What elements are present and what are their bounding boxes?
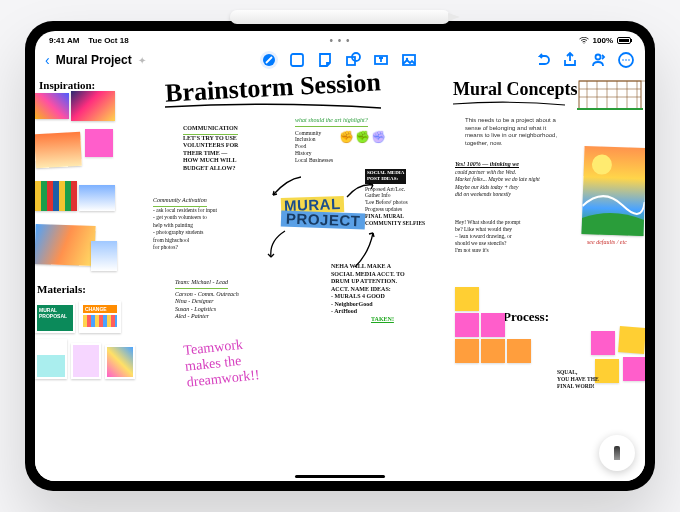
sticky-note[interactable]	[455, 339, 479, 363]
inspo-photo[interactable]	[79, 185, 115, 211]
sticky-note[interactable]	[481, 339, 505, 363]
inspo-photo[interactable]	[35, 93, 69, 119]
collaborate-icon[interactable]	[589, 51, 607, 69]
sticky-note[interactable]	[623, 357, 645, 381]
sticky-note[interactable]	[591, 331, 615, 355]
status-left: 9:41 AM Tue Oct 18	[49, 36, 129, 45]
concept-art[interactable]	[581, 146, 645, 236]
comm-block[interactable]: COMMUNICATION LET'S TRY TO USE VOLUNTEER…	[183, 125, 273, 172]
status-time: 9:41 AM	[49, 36, 79, 45]
multitask-dots[interactable]: • • •	[329, 35, 350, 46]
teamwork-note[interactable]: Teamwork makes the dreamwork!!	[183, 335, 261, 390]
yes-block[interactable]: Yes! 100% — thinking we could partner wi…	[455, 161, 585, 199]
svg-rect-13	[579, 81, 641, 109]
status-date: Tue Oct 18	[88, 36, 128, 45]
heading-inspiration: Inspiration:	[39, 79, 95, 91]
inspo-photo[interactable]	[35, 224, 96, 266]
arrow	[267, 173, 307, 203]
share-icon[interactable]	[561, 51, 579, 69]
toolbar: ‹ Mural Project ✦	[35, 47, 645, 73]
svg-point-14	[592, 154, 613, 175]
neha-block[interactable]: NEHA WILL MAKE A SOCIAL MEDIA ACCT. TO D…	[331, 263, 441, 323]
arrow	[263, 229, 291, 259]
material-thumb[interactable]	[71, 343, 101, 379]
screen: • • • 9:41 AM Tue Oct 18 100% ‹ Mural Pr…	[35, 31, 645, 481]
heading-materials: Materials:	[37, 283, 86, 295]
arrow	[345, 179, 375, 201]
wifi-icon	[579, 37, 589, 44]
heading-concepts: Mural Concepts	[453, 79, 578, 100]
team-block[interactable]: Team: Michael - Lead Carson - Comm. Outr…	[175, 279, 305, 321]
apple-pencil	[230, 10, 450, 24]
draw-tool-icon[interactable]	[260, 51, 278, 69]
underline	[163, 103, 383, 111]
freeform-canvas[interactable]: Inspiration: Materials: MURAL PROPOSAL C…	[35, 73, 645, 481]
squal-note[interactable]: SQUAL, YOU HAVE THE FINAL WORD!	[557, 369, 607, 390]
undo-icon[interactable]	[533, 51, 551, 69]
sticky-note[interactable]	[85, 129, 113, 157]
back-icon[interactable]: ‹	[45, 52, 50, 68]
inspo-photo[interactable]	[35, 132, 82, 168]
sticky-note[interactable]	[481, 313, 505, 337]
pen-tool-fab[interactable]	[599, 435, 635, 471]
svg-point-0	[583, 42, 584, 43]
inspo-photo[interactable]	[71, 91, 115, 121]
sticky-note[interactable]	[455, 287, 479, 311]
building-sketch[interactable]	[575, 73, 645, 113]
svg-rect-6	[403, 55, 415, 65]
more-icon[interactable]	[617, 51, 635, 69]
svg-point-12	[628, 59, 630, 61]
book-proposal[interactable]: MURAL PROPOSAL	[35, 303, 75, 333]
underline	[451, 101, 567, 107]
sticky-note[interactable]	[618, 326, 645, 354]
heading-process: Process:	[503, 309, 549, 325]
home-indicator[interactable]	[295, 475, 385, 478]
shape-tool-icon[interactable]	[344, 51, 362, 69]
battery-icon	[617, 37, 631, 44]
sticky-note[interactable]	[507, 339, 531, 363]
material-thumb[interactable]	[35, 339, 67, 379]
defaults-note[interactable]: see defaults / etc	[587, 239, 627, 247]
concepts-intro[interactable]: This needs to be a project about a sense…	[465, 117, 605, 147]
ipad-device: • • • 9:41 AM Tue Oct 18 100% ‹ Mural Pr…	[25, 21, 655, 491]
social-block[interactable]: SOCIAL MEDIA POST IDEAS: Proposed Art/Lo…	[365, 169, 461, 227]
status-right: 100%	[579, 36, 631, 45]
sticky-tool-icon[interactable]	[316, 51, 334, 69]
textbox-tool-icon[interactable]	[372, 51, 390, 69]
favorite-icon[interactable]: ✦	[138, 55, 146, 66]
sticky-note[interactable]	[455, 313, 479, 337]
text-tool-icon[interactable]	[288, 51, 306, 69]
svg-point-11	[625, 59, 627, 61]
book-change[interactable]: CHANGE	[79, 301, 121, 333]
material-thumb[interactable]	[105, 345, 135, 379]
svg-point-8	[595, 55, 600, 60]
doc-title[interactable]: Mural Project	[56, 53, 132, 67]
activation-block[interactable]: Community Activation - ask local residen…	[153, 197, 273, 252]
svg-point-10	[622, 59, 624, 61]
highlight-block[interactable]: what should the art highlight? Community…	[295, 117, 405, 164]
svg-rect-2	[291, 54, 303, 66]
fist-stickers: ✊✊✊	[339, 130, 386, 164]
inspo-photo[interactable]	[91, 241, 117, 271]
tool-picker	[260, 51, 418, 69]
battery-pct: 100%	[593, 36, 613, 45]
inspo-photo[interactable]	[35, 181, 77, 211]
prompt-block[interactable]: Hey! What should the prompt be? Like wha…	[455, 219, 575, 253]
media-tool-icon[interactable]	[400, 51, 418, 69]
